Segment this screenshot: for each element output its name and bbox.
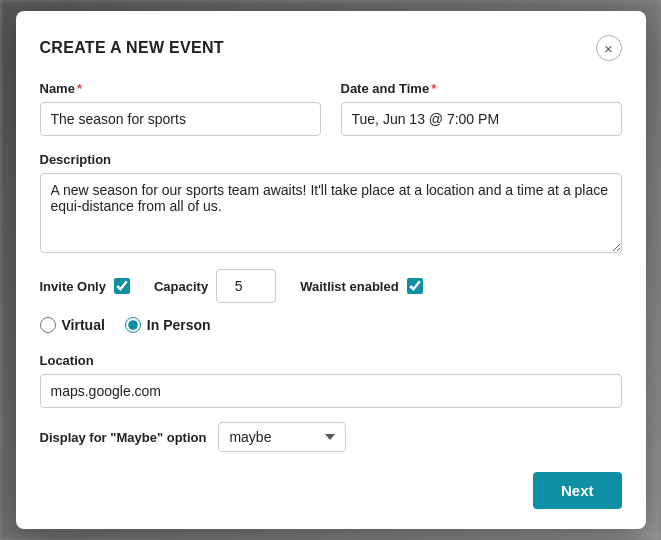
virtual-label: Virtual (62, 317, 105, 333)
location-type-row: Virtual In Person (40, 317, 622, 339)
next-button[interactable]: Next (533, 472, 622, 509)
virtual-radio[interactable] (40, 317, 56, 333)
location-section: Location (40, 353, 622, 408)
name-group: Name* (40, 81, 321, 136)
modal-header: CREATE A NEW EVENT × (40, 35, 622, 61)
create-event-modal: CREATE A NEW EVENT × Name* Date and Time… (16, 11, 646, 529)
virtual-option[interactable]: Virtual (40, 317, 105, 333)
capacity-item: Capacity (154, 269, 276, 303)
datetime-input[interactable] (341, 102, 622, 136)
waitlist-label: Waitlist enabled (300, 279, 398, 294)
in-person-option[interactable]: In Person (125, 317, 211, 333)
invite-only-label: Invite Only (40, 279, 106, 294)
close-button[interactable]: × (596, 35, 622, 61)
modal-title: CREATE A NEW EVENT (40, 39, 224, 57)
location-input[interactable] (40, 374, 622, 408)
location-label: Location (40, 353, 622, 368)
datetime-group: Date and Time* (341, 81, 622, 136)
invite-only-checkbox[interactable] (114, 278, 130, 294)
capacity-label: Capacity (154, 279, 208, 294)
maybe-select[interactable]: maybe yes/no/maybe yes/no (218, 422, 346, 452)
name-input[interactable] (40, 102, 321, 136)
description-input[interactable]: A new season for our sports team awaits!… (40, 173, 622, 253)
waitlist-item: Waitlist enabled (300, 278, 422, 294)
description-group: Description A new season for our sports … (40, 152, 622, 253)
description-label: Description (40, 152, 622, 167)
name-datetime-row: Name* Date and Time* (40, 81, 622, 136)
waitlist-checkbox[interactable] (407, 278, 423, 294)
in-person-label: In Person (147, 317, 211, 333)
name-label: Name* (40, 81, 321, 96)
options-row: Invite Only Capacity Waitlist enabled (40, 269, 622, 303)
in-person-radio[interactable] (125, 317, 141, 333)
maybe-label: Display for "Maybe" option (40, 430, 207, 445)
maybe-row: Display for "Maybe" option maybe yes/no/… (40, 422, 622, 452)
datetime-label: Date and Time* (341, 81, 622, 96)
capacity-input[interactable] (216, 269, 276, 303)
modal-footer: Next (40, 472, 622, 509)
invite-only-item: Invite Only (40, 278, 130, 294)
